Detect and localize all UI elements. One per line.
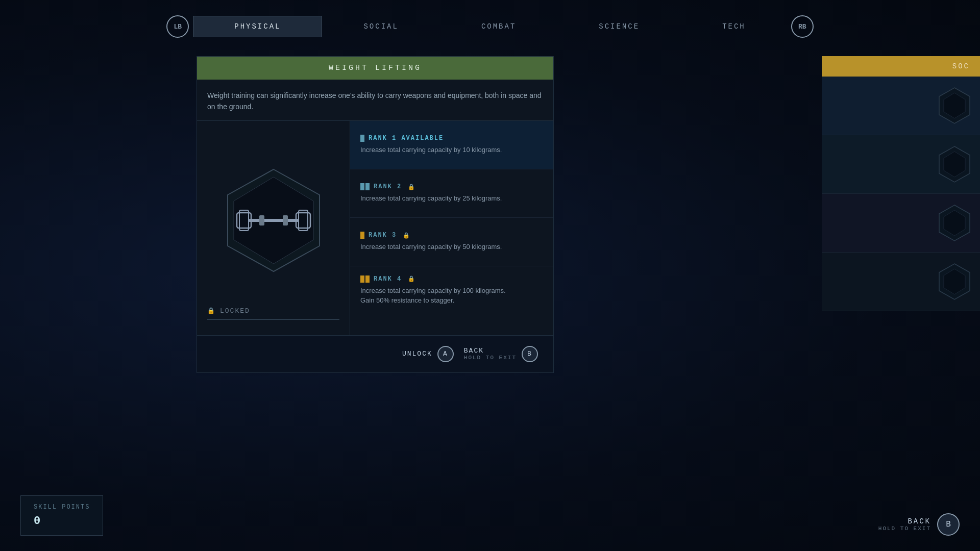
right-panel-items [822,77,980,311]
rank-4-lock-icon: 🔒 [408,276,415,282]
skill-locked-status: 🔒 LOCKED [207,307,339,320]
rank-2-label: RANK 2 [374,183,402,190]
bottom-back-sub: HOLD TO EXIT [878,525,931,532]
rp-icon-3 [937,203,972,243]
skill-card-container: WEIGHT LIFTING Weight training can signi… [197,56,554,373]
unlock-button[interactable]: A [437,346,454,362]
rp-icon-1 [937,85,972,126]
rank-stripe-2a [360,183,364,190]
rank-2-desc: Increase total carrying capacity by 25 k… [360,193,543,204]
back-sub-text: HOLD TO EXIT [464,355,517,361]
rp-icon-4 [937,261,972,302]
rb-button[interactable]: RB [791,15,814,38]
svg-rect-6 [249,219,299,222]
rank-stripe-1 [360,135,364,142]
rp-icon-2 [937,144,972,185]
rank-4-desc: Increase total carrying capacity by 100 … [360,286,543,306]
rank-stripe-4a [360,276,364,283]
locked-progress-bar [207,319,339,320]
right-panel-item-3[interactable] [822,194,980,253]
rank-stripe-3a [360,232,364,239]
skill-points-value: 0 [34,515,90,528]
rank-stripe-2b [365,183,370,190]
skill-body: 🔒 LOCKED RANK 1 AVAILABLE Incre [197,120,553,335]
right-panel-item-1[interactable] [822,77,980,135]
svg-rect-8 [283,215,288,226]
back-action[interactable]: BACK HOLD TO EXIT B [464,346,538,362]
rank-4-label: RANK 4 [374,276,402,283]
skill-footer: UNLOCK A BACK HOLD TO EXIT B [197,335,553,372]
rank-1-item[interactable]: RANK 1 AVAILABLE Increase total carrying… [350,121,553,169]
nav-tabs: PHYSICAL SOCIAL COMBAT SCIENCE TECH [193,16,787,37]
right-panel-header: SOC [822,56,980,77]
rank-3-item[interactable]: RANK 3 🔒 Increase total carrying capacit… [350,218,553,266]
skill-points-label: SKILL POINTS [34,504,90,511]
tab-science[interactable]: SCIENCE [557,16,681,37]
rank-3-label: RANK 3 [369,232,397,239]
back-main-text: BACK [464,347,484,355]
skill-ranks: RANK 1 AVAILABLE Increase total carrying… [350,121,553,335]
lb-button[interactable]: LB [166,15,189,38]
skill-title: WEIGHT LIFTING [197,57,553,80]
tab-combat[interactable]: COMBAT [440,16,557,37]
rank-stripe-4b [365,276,370,283]
back-text-group: BACK HOLD TO EXIT [464,347,517,361]
rank-2-lock-icon: 🔒 [408,184,415,190]
right-panel: SOC [822,56,980,362]
rank-4-item[interactable]: RANK 4 🔒 Increase total carrying capacit… [350,266,553,315]
right-panel-item-4[interactable] [822,253,980,311]
rank-3-desc: Increase total carrying capacity by 50 k… [360,242,543,252]
bottom-back-button[interactable]: B [937,513,960,536]
locked-label: 🔒 LOCKED [207,307,339,315]
skill-icon-area: 🔒 LOCKED [197,121,350,335]
svg-rect-7 [259,215,264,226]
rank-1-desc: Increase total carrying capacity by 10 k… [360,145,543,155]
rank-4-stripes [360,276,370,283]
rank-3-header: RANK 3 🔒 [360,232,543,239]
unlock-action[interactable]: UNLOCK A [402,346,454,362]
right-panel-item-2[interactable] [822,135,980,194]
rank-1-stripes [360,135,364,142]
tab-social[interactable]: SOCIAL [322,16,439,37]
bottom-back-text: BACK HOLD TO EXIT [878,517,931,532]
back-button[interactable]: B [522,346,538,362]
rank-3-lock-icon: 🔒 [403,232,410,239]
skill-icon-hexagon [217,164,330,277]
rank-1-header: RANK 1 AVAILABLE [360,135,543,142]
tab-physical[interactable]: PHYSICAL [193,16,322,37]
unlock-label: UNLOCK [402,350,432,358]
skill-points-box: SKILL POINTS 0 [20,495,103,536]
bottom-back-container[interactable]: BACK HOLD TO EXIT B [878,513,960,536]
rank-3-stripes [360,232,364,239]
bottom-back-main: BACK [908,517,931,525]
rank-2-header: RANK 2 🔒 [360,183,543,190]
rank-1-label: RANK 1 AVAILABLE [369,135,444,142]
rank-2-item[interactable]: RANK 2 🔒 Increase total carrying capacit… [350,169,553,218]
rank-2-stripes [360,183,370,190]
tab-tech[interactable]: TECH [681,16,787,37]
lock-icon: 🔒 [207,307,216,315]
top-navigation: LB PHYSICAL SOCIAL COMBAT SCIENCE TECH R… [0,15,980,38]
rank-4-header: RANK 4 🔒 [360,276,543,283]
skill-card: WEIGHT LIFTING Weight training can signi… [197,56,554,373]
skill-description: Weight training can significantly increa… [197,80,553,120]
